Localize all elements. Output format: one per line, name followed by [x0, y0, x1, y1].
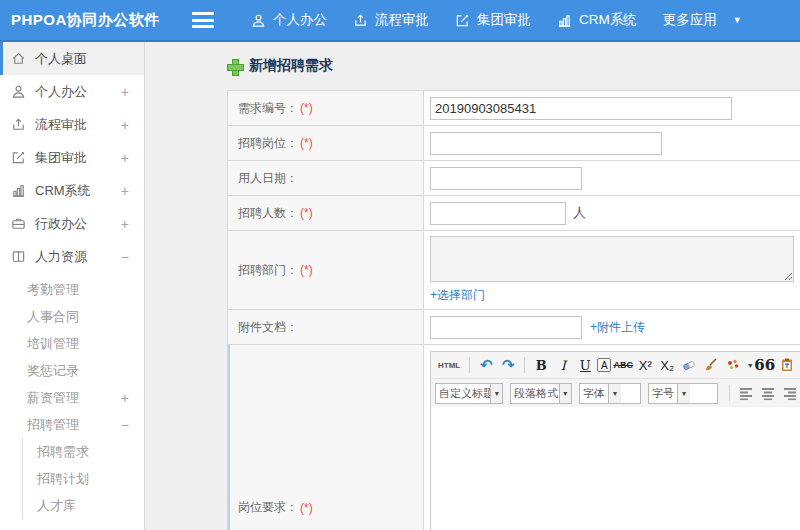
sidebar-subitem-hr-contract[interactable]: 人事合同 — [0, 303, 144, 330]
form-row-job-requirements: 岗位要求： (*) HTML ↶ ↷ B I U A ABC — [228, 345, 800, 530]
demand-number-input[interactable] — [430, 97, 732, 120]
sidebar-item-label: 人力资源 — [35, 248, 87, 266]
custom-heading-dropdown[interactable]: 自定义标题 ▾ — [435, 383, 503, 404]
topnav-group-approval[interactable]: 集团审批 — [442, 11, 544, 29]
position-input[interactable] — [430, 132, 662, 155]
expand-plus-icon[interactable]: + — [121, 84, 129, 100]
subscript-button[interactable]: X₂ — [657, 355, 677, 375]
dropdown-caret-icon: ▾ — [608, 384, 621, 403]
font-family-dropdown[interactable]: 字体 ▾ — [579, 383, 641, 404]
color-palette-icon[interactable] — [723, 355, 743, 375]
collapse-minus-icon[interactable]: − — [121, 417, 129, 433]
expand-plus-icon[interactable]: + — [121, 150, 129, 166]
attachment-input[interactable] — [430, 316, 582, 339]
attachment-upload-link[interactable]: +附件上传 — [590, 319, 645, 336]
sidebar-subitem-recruit-demand[interactable]: 招聘需求 — [23, 438, 144, 465]
bold-button[interactable]: B — [531, 355, 551, 375]
caret-down-icon: ▼ — [733, 15, 742, 25]
headcount-input[interactable] — [430, 202, 566, 225]
sidebar-item-label: 个人办公 — [35, 83, 87, 101]
hire-date-input[interactable] — [430, 167, 582, 190]
home-icon — [11, 51, 26, 66]
menu-icon[interactable] — [192, 12, 214, 28]
italic-button[interactable]: I — [553, 355, 573, 375]
sidebar-item-workflow-approval[interactable]: 流程审批 + — [0, 108, 144, 141]
eraser-icon[interactable] — [679, 355, 699, 375]
sidebar-subitem-recruit-plan[interactable]: 招聘计划 — [23, 465, 144, 492]
underline-button[interactable]: U — [575, 355, 595, 375]
sidebar-subitem-salary[interactable]: 薪资管理 + — [0, 384, 144, 411]
expand-plus-icon[interactable]: + — [121, 216, 129, 232]
sidebar-item-group-approval[interactable]: 集团审批 + — [0, 141, 144, 174]
form-row-attachment: 附件文档： +附件上传 — [228, 310, 800, 345]
edit-icon — [11, 150, 26, 165]
form-row-demand-number: 需求编号： (*) — [228, 91, 800, 126]
html-source-button[interactable]: HTML — [435, 355, 463, 375]
sidebar-subitem-attendance[interactable]: 考勤管理 — [0, 276, 144, 303]
sidebar-item-personal-desktop[interactable]: 个人桌面 — [0, 42, 144, 75]
expand-plus-icon[interactable]: + — [121, 183, 129, 199]
sidebar-item-label: 行政办公 — [35, 215, 87, 233]
strikethrough-button[interactable]: ABC — [613, 355, 633, 375]
field-label: 岗位要求： (*) — [228, 345, 424, 530]
select-department-link[interactable]: +选择部门 — [430, 287, 485, 304]
topnav-crm-system[interactable]: CRM系统 — [544, 11, 650, 29]
page-title: 新增招聘需求 — [227, 57, 800, 75]
sidebar: 个人桌面 个人办公 + 流程审批 + 集团审批 + CRM系统 + 行政办公 +… — [0, 42, 145, 530]
format-brush-icon[interactable] — [701, 355, 721, 375]
sidebar-subitem-rewards[interactable]: 奖惩记录 — [0, 357, 144, 384]
required-marker: (*) — [300, 101, 313, 115]
editor-content-area[interactable] — [431, 407, 800, 530]
topnav-label: 集团审批 — [477, 11, 531, 29]
sidebar-item-label: 集团审批 — [35, 149, 87, 167]
undo-icon[interactable]: ↶ — [476, 355, 496, 375]
topnav-personal-office[interactable]: 个人办公 — [238, 11, 340, 29]
subitem-label: 招聘需求 — [37, 443, 89, 461]
field-label: 招聘人数： (*) — [228, 196, 424, 230]
align-center-icon[interactable] — [758, 383, 778, 403]
dropdown-caret-icon[interactable]: ▾ — [748, 361, 752, 370]
paste-text-icon[interactable] — [777, 355, 797, 375]
edit-icon — [455, 13, 470, 28]
topnav-workflow-approval[interactable]: 流程审批 — [340, 11, 442, 29]
subitem-label: 奖惩记录 — [27, 362, 79, 380]
sidebar-item-label: CRM系统 — [35, 182, 91, 200]
app-logo: PHPOA协同办公软件 — [0, 11, 192, 30]
chart-icon — [11, 183, 26, 198]
subitem-label: 招聘管理 — [27, 416, 79, 434]
align-right-icon[interactable] — [780, 383, 800, 403]
sidebar-item-personal-office[interactable]: 个人办公 + — [0, 75, 144, 108]
blockquote-button[interactable]: 66 — [754, 355, 775, 375]
required-marker: (*) — [300, 206, 313, 220]
user-icon — [251, 13, 266, 28]
sidebar-item-label: 个人桌面 — [35, 50, 87, 68]
sidebar-item-crm-system[interactable]: CRM系统 + — [0, 174, 144, 207]
editor-toolbar-row1: HTML ↶ ↷ B I U A ABC X² X₂ — [431, 352, 800, 379]
sidebar-subitem-talent-pool[interactable]: 人才库 — [23, 492, 144, 519]
align-left-icon[interactable] — [736, 383, 756, 403]
department-textarea[interactable] — [430, 236, 794, 282]
subitem-label: 人事合同 — [27, 308, 79, 326]
expand-plus-icon[interactable]: + — [121, 390, 129, 406]
field-label: 用人日期： — [228, 161, 424, 195]
dropdown-caret-icon: ▾ — [559, 384, 571, 403]
headcount-unit: 人 — [573, 204, 586, 222]
field-label: 需求编号： (*) — [228, 91, 424, 125]
sidebar-item-human-resources[interactable]: 人力资源 − — [0, 240, 144, 273]
topnav-more-apps[interactable]: 更多应用 ▼ — [650, 11, 755, 29]
field-label: 招聘岗位： (*) — [228, 126, 424, 160]
superscript-button[interactable]: X² — [635, 355, 655, 375]
font-style-button[interactable]: A — [597, 358, 611, 372]
subitem-label: 招聘计划 — [37, 470, 89, 488]
redo-icon[interactable]: ↷ — [498, 355, 518, 375]
sidebar-subitem-training[interactable]: 培训管理 — [0, 330, 144, 357]
paragraph-format-dropdown[interactable]: 段落格式 ▾ — [510, 383, 572, 404]
font-size-dropdown[interactable]: 字号 ▾ — [648, 383, 718, 404]
collapse-minus-icon[interactable]: − — [121, 249, 129, 265]
sidebar-subitem-recruitment[interactable]: 招聘管理 − — [0, 411, 144, 438]
required-marker: (*) — [300, 263, 313, 277]
sidebar-item-admin-office[interactable]: 行政办公 + — [0, 207, 144, 240]
expand-plus-icon[interactable]: + — [121, 117, 129, 133]
required-marker: (*) — [300, 501, 313, 515]
topnav-label: 更多应用 — [663, 11, 717, 29]
